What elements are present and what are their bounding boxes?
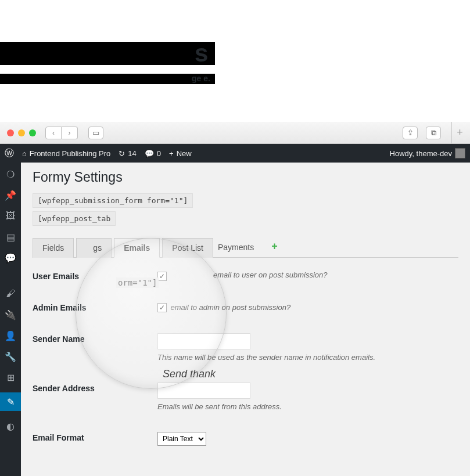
plus-icon: + (169, 149, 174, 158)
row-admin-emails: Admin Emails ✓ email to admin on post su… (33, 302, 458, 312)
window-controls (7, 129, 36, 136)
comments-count: 0 (157, 149, 161, 158)
header-fragment-s: s (195, 39, 208, 67)
settings-icon[interactable]: ⊞ (5, 372, 16, 383)
input-sender-name[interactable] (157, 333, 250, 349)
comment-icon: 💬 (145, 149, 154, 158)
input-sender-address[interactable] (157, 383, 250, 399)
comments-link[interactable]: 💬 0 (145, 149, 161, 158)
browser-chrome: ‹ › ▭ ⇪ ⧉ + (0, 122, 470, 144)
forward-button[interactable]: › (62, 127, 78, 139)
pages-icon[interactable]: ▤ (5, 231, 16, 243)
magnified-send-thank: Send thank (163, 368, 216, 380)
share-button[interactable]: ⇪ (403, 127, 418, 139)
desc-admin-emails: email to admin on post submission? (170, 303, 290, 312)
updates-link[interactable]: ↻ 14 (119, 149, 136, 158)
new-tab-button[interactable]: + (451, 122, 463, 144)
new-link[interactable]: + New (169, 149, 192, 158)
wordpress-icon: ⓦ (5, 147, 14, 160)
tools-icon[interactable]: 🔧 (5, 351, 16, 362)
collapse-icon[interactable]: ◐ (5, 420, 16, 432)
top-black-bar-1 (0, 42, 215, 65)
magnified-shortcode-partial: orm="1"] (116, 277, 159, 288)
shortcode-2[interactable]: [wpfepp_post_tab (33, 211, 116, 226)
desc-sender-address: Emails will be sent from this address. (157, 402, 458, 411)
row-sender-name: Sender Name This name will be used as th… (33, 333, 458, 362)
appearance-icon[interactable]: 🖌 (5, 288, 16, 300)
select-email-format[interactable]: Plain Text (157, 432, 206, 446)
tab-payments[interactable]: Payments (216, 238, 263, 258)
dashboard-icon[interactable]: ❍ (5, 168, 16, 180)
tab-add[interactable]: + (266, 238, 284, 258)
browser-window: ‹ › ▭ ⇪ ⧉ + ⓦ ⌂ Frontend Publishing Pro … (0, 122, 470, 476)
shortcode-1[interactable]: [wpfepp_submission_form form="1"] (33, 193, 193, 208)
desc-user-emails: email to user on post submission? (213, 271, 458, 279)
top-black-bar-2 (0, 74, 215, 84)
formy-icon[interactable]: ✎ (0, 392, 21, 411)
row-email-format: Email Format Plain Text (33, 432, 458, 446)
minimize-icon[interactable] (18, 129, 25, 136)
tab-postlist[interactable]: Post List (162, 238, 213, 258)
wp-admin-bar: ⓦ ⌂ Frontend Publishing Pro ↻ 14 💬 0 + N… (0, 144, 470, 163)
site-name: Frontend Publishing Pro (30, 149, 110, 158)
nav-buttons: ‹ › (45, 127, 78, 139)
label-email-format: Email Format (33, 432, 157, 446)
wp-main: Formy Settings [wpfepp_submission_form f… (21, 163, 470, 476)
new-label: New (177, 149, 192, 158)
tab-settings[interactable]: gs (76, 238, 112, 258)
header-fragment-text: ge e. (192, 74, 210, 83)
wp-sidebar: ❍ 📌 🖾 ▤ 💬 🖌 🔌 👤 🔧 ⊞ ✎ ◐ (0, 163, 21, 476)
avatar (455, 148, 465, 158)
media-icon[interactable]: 🖾 (5, 210, 16, 222)
wp-content: ❍ 📌 🖾 ▤ 💬 🖌 🔌 👤 🔧 ⊞ ✎ ◐ Formy Settings [… (0, 163, 470, 476)
tab-fields[interactable]: Fields (33, 238, 74, 258)
users-icon[interactable]: 👤 (5, 330, 16, 341)
row-user-emails: User Emails ✓ email to user on post subm… (33, 271, 458, 281)
form-table: User Emails ✓ email to user on post subm… (33, 271, 458, 446)
tab-emails[interactable]: Emails (114, 238, 160, 258)
sidebar-toggle-button[interactable]: ▭ (88, 127, 103, 139)
tab-bar: Fields gs Emails Post List Payments + (33, 237, 458, 258)
comments-icon[interactable]: 💬 (5, 252, 16, 264)
plugins-icon[interactable]: 🔌 (5, 309, 16, 320)
howdy-link[interactable]: Howdy, theme-dev (390, 148, 465, 158)
label-sender-address: Sender Address (33, 383, 157, 411)
label-sender-name: Sender Name (33, 333, 157, 362)
row-sender-address: Sender Address Emails will be sent from … (33, 383, 458, 411)
desc-sender-name: This name will be used as the sender nam… (157, 353, 458, 362)
refresh-icon: ↻ (119, 149, 125, 158)
updates-count: 14 (128, 149, 136, 158)
tabs-button[interactable]: ⧉ (426, 127, 441, 139)
maximize-icon[interactable] (29, 129, 36, 136)
checkbox-admin-emails[interactable]: ✓ (157, 303, 167, 312)
home-icon: ⌂ (22, 149, 27, 158)
howdy-text: Howdy, theme-dev (390, 149, 452, 158)
wp-logo[interactable]: ⓦ (5, 147, 14, 160)
close-icon[interactable] (7, 129, 14, 136)
site-link[interactable]: ⌂ Frontend Publishing Pro (22, 149, 110, 158)
back-button[interactable]: ‹ (45, 127, 62, 139)
page-title: Formy Settings (33, 170, 458, 185)
label-admin-emails: Admin Emails (33, 302, 157, 312)
posts-icon[interactable]: 📌 (5, 189, 16, 201)
